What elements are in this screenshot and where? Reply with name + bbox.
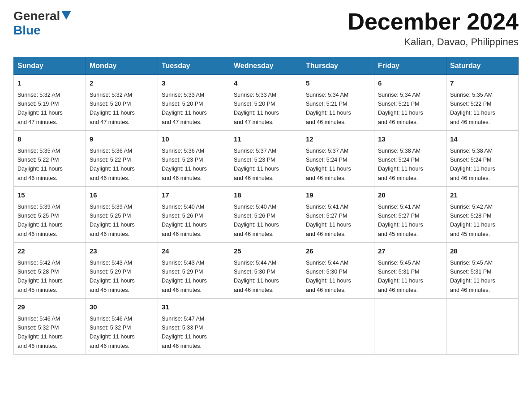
- logo-general: General: [13, 9, 60, 23]
- day-info: Sunrise: 5:42 AMSunset: 5:28 PMDaylight:…: [450, 204, 495, 237]
- calendar-cell: 23 Sunrise: 5:43 AMSunset: 5:29 PMDaylig…: [86, 243, 158, 299]
- day-number: 3: [162, 78, 226, 89]
- logo-triangle-icon: [61, 11, 71, 22]
- calendar-cell: 6 Sunrise: 5:34 AMSunset: 5:21 PMDayligh…: [374, 75, 446, 131]
- day-number: 27: [378, 246, 442, 257]
- day-number: 10: [162, 134, 226, 145]
- day-number: 26: [306, 246, 370, 257]
- day-number: 30: [90, 302, 154, 313]
- day-info: Sunrise: 5:43 AMSunset: 5:29 PMDaylight:…: [162, 260, 207, 293]
- day-number: 31: [162, 302, 226, 313]
- day-info: Sunrise: 5:41 AMSunset: 5:27 PMDaylight:…: [378, 204, 423, 237]
- weekday-header-sunday: Sunday: [14, 57, 86, 75]
- day-number: 1: [17, 78, 82, 89]
- day-info: Sunrise: 5:36 AMSunset: 5:22 PMDaylight:…: [90, 148, 135, 181]
- calendar-cell: 3 Sunrise: 5:33 AMSunset: 5:20 PMDayligh…: [158, 75, 230, 131]
- day-info: Sunrise: 5:42 AMSunset: 5:28 PMDaylight:…: [17, 260, 63, 293]
- day-info: Sunrise: 5:33 AMSunset: 5:20 PMDaylight:…: [162, 92, 207, 125]
- day-number: 28: [450, 246, 515, 257]
- day-number: 29: [17, 302, 82, 313]
- day-info: Sunrise: 5:43 AMSunset: 5:29 PMDaylight:…: [90, 260, 135, 293]
- calendar-cell: 31 Sunrise: 5:47 AMSunset: 5:33 PMDaylig…: [158, 299, 230, 355]
- weekday-header-saturday: Saturday: [446, 57, 519, 75]
- calendar-cell: 1 Sunrise: 5:32 AMSunset: 5:19 PMDayligh…: [14, 75, 86, 131]
- day-info: Sunrise: 5:44 AMSunset: 5:30 PMDaylight:…: [306, 260, 351, 293]
- day-number: 19: [306, 190, 370, 201]
- calendar-cell: 26 Sunrise: 5:44 AMSunset: 5:30 PMDaylig…: [302, 243, 374, 299]
- day-info: Sunrise: 5:34 AMSunset: 5:21 PMDaylight:…: [378, 92, 423, 125]
- day-number: 15: [17, 190, 82, 201]
- calendar-cell: [302, 299, 374, 355]
- calendar-table: SundayMondayTuesdayWednesdayThursdayFrid…: [13, 57, 519, 355]
- day-number: 21: [450, 190, 515, 201]
- day-number: 18: [234, 190, 298, 201]
- month-year-title: December 2024: [348, 9, 519, 34]
- calendar-week-row: 22 Sunrise: 5:42 AMSunset: 5:28 PMDaylig…: [14, 243, 519, 299]
- calendar-cell: [374, 299, 446, 355]
- day-number: 23: [90, 246, 154, 257]
- day-info: Sunrise: 5:47 AMSunset: 5:33 PMDaylight:…: [162, 316, 207, 349]
- weekday-header-thursday: Thursday: [302, 57, 374, 75]
- calendar-cell: 5 Sunrise: 5:34 AMSunset: 5:21 PMDayligh…: [302, 75, 374, 131]
- day-number: 20: [378, 190, 442, 201]
- day-info: Sunrise: 5:34 AMSunset: 5:21 PMDaylight:…: [306, 92, 351, 125]
- calendar-cell: 21 Sunrise: 5:42 AMSunset: 5:28 PMDaylig…: [446, 187, 519, 243]
- title-section: December 2024 Kalian, Davao, Philippines: [348, 9, 519, 48]
- calendar-cell: 4 Sunrise: 5:33 AMSunset: 5:20 PMDayligh…: [230, 75, 302, 131]
- calendar-cell: 30 Sunrise: 5:46 AMSunset: 5:32 PMDaylig…: [86, 299, 158, 355]
- day-info: Sunrise: 5:37 AMSunset: 5:23 PMDaylight:…: [234, 148, 279, 181]
- calendar-header-row: SundayMondayTuesdayWednesdayThursdayFrid…: [14, 57, 519, 75]
- calendar-cell: 24 Sunrise: 5:43 AMSunset: 5:29 PMDaylig…: [158, 243, 230, 299]
- weekday-header-tuesday: Tuesday: [158, 57, 230, 75]
- day-info: Sunrise: 5:46 AMSunset: 5:32 PMDaylight:…: [90, 316, 135, 349]
- logo-blue: Blue: [13, 23, 41, 37]
- day-number: 25: [234, 246, 298, 257]
- calendar-week-row: 15 Sunrise: 5:39 AMSunset: 5:25 PMDaylig…: [14, 187, 519, 243]
- calendar-cell: 12 Sunrise: 5:37 AMSunset: 5:24 PMDaylig…: [302, 131, 374, 187]
- calendar-cell: 18 Sunrise: 5:40 AMSunset: 5:26 PMDaylig…: [230, 187, 302, 243]
- day-number: 22: [17, 246, 82, 257]
- location-subtitle: Kalian, Davao, Philippines: [348, 36, 519, 48]
- calendar-cell: 20 Sunrise: 5:41 AMSunset: 5:27 PMDaylig…: [374, 187, 446, 243]
- day-info: Sunrise: 5:32 AMSunset: 5:20 PMDaylight:…: [90, 92, 135, 125]
- day-info: Sunrise: 5:37 AMSunset: 5:24 PMDaylight:…: [306, 148, 351, 181]
- calendar-cell: 8 Sunrise: 5:35 AMSunset: 5:22 PMDayligh…: [14, 131, 86, 187]
- calendar-cell: 15 Sunrise: 5:39 AMSunset: 5:25 PMDaylig…: [14, 187, 86, 243]
- calendar-cell: 28 Sunrise: 5:45 AMSunset: 5:31 PMDaylig…: [446, 243, 519, 299]
- calendar-cell: 11 Sunrise: 5:37 AMSunset: 5:23 PMDaylig…: [230, 131, 302, 187]
- day-info: Sunrise: 5:40 AMSunset: 5:26 PMDaylight:…: [162, 204, 207, 237]
- calendar-cell: 29 Sunrise: 5:46 AMSunset: 5:32 PMDaylig…: [14, 299, 86, 355]
- day-info: Sunrise: 5:39 AMSunset: 5:25 PMDaylight:…: [17, 204, 63, 237]
- day-info: Sunrise: 5:45 AMSunset: 5:31 PMDaylight:…: [378, 260, 423, 293]
- calendar-week-row: 29 Sunrise: 5:46 AMSunset: 5:32 PMDaylig…: [14, 299, 519, 355]
- svg-marker-0: [61, 11, 71, 20]
- calendar-cell: 13 Sunrise: 5:38 AMSunset: 5:24 PMDaylig…: [374, 131, 446, 187]
- day-info: Sunrise: 5:38 AMSunset: 5:24 PMDaylight:…: [378, 148, 423, 181]
- day-info: Sunrise: 5:35 AMSunset: 5:22 PMDaylight:…: [450, 92, 495, 125]
- calendar-cell: 25 Sunrise: 5:44 AMSunset: 5:30 PMDaylig…: [230, 243, 302, 299]
- day-number: 14: [450, 134, 515, 145]
- day-number: 17: [162, 190, 226, 201]
- calendar-cell: 2 Sunrise: 5:32 AMSunset: 5:20 PMDayligh…: [86, 75, 158, 131]
- weekday-header-wednesday: Wednesday: [230, 57, 302, 75]
- day-number: 5: [306, 78, 370, 89]
- calendar-week-row: 1 Sunrise: 5:32 AMSunset: 5:19 PMDayligh…: [14, 75, 519, 131]
- calendar-cell: 17 Sunrise: 5:40 AMSunset: 5:26 PMDaylig…: [158, 187, 230, 243]
- calendar-cell: 19 Sunrise: 5:41 AMSunset: 5:27 PMDaylig…: [302, 187, 374, 243]
- calendar-cell: 14 Sunrise: 5:38 AMSunset: 5:24 PMDaylig…: [446, 131, 519, 187]
- calendar-cell: 22 Sunrise: 5:42 AMSunset: 5:28 PMDaylig…: [14, 243, 86, 299]
- calendar-cell: [230, 299, 302, 355]
- weekday-header-monday: Monday: [86, 57, 158, 75]
- day-info: Sunrise: 5:33 AMSunset: 5:20 PMDaylight:…: [234, 92, 279, 125]
- day-info: Sunrise: 5:39 AMSunset: 5:25 PMDaylight:…: [90, 204, 135, 237]
- day-info: Sunrise: 5:32 AMSunset: 5:19 PMDaylight:…: [17, 92, 63, 125]
- day-number: 6: [378, 78, 442, 89]
- logo: General Blue: [13, 9, 71, 38]
- day-info: Sunrise: 5:38 AMSunset: 5:24 PMDaylight:…: [450, 148, 495, 181]
- day-info: Sunrise: 5:40 AMSunset: 5:26 PMDaylight:…: [234, 204, 279, 237]
- day-number: 2: [90, 78, 154, 89]
- day-number: 24: [162, 246, 226, 257]
- day-info: Sunrise: 5:46 AMSunset: 5:32 PMDaylight:…: [17, 316, 63, 349]
- day-info: Sunrise: 5:44 AMSunset: 5:30 PMDaylight:…: [234, 260, 279, 293]
- calendar-cell: [446, 299, 519, 355]
